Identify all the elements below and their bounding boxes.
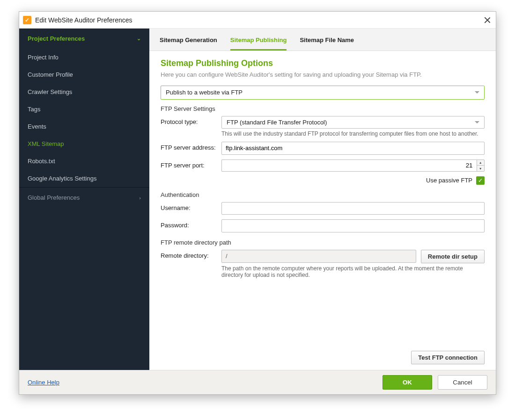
chevron-down-icon xyxy=(475,121,479,123)
sidebar-section-global[interactable]: Global Preferences › xyxy=(19,188,149,208)
chevron-down-icon: ⌄ xyxy=(137,36,141,42)
ok-button[interactable]: OK xyxy=(383,375,432,390)
protocol-help: This will use the industry standard FTP … xyxy=(221,130,485,137)
sidebar-section-label: Global Preferences xyxy=(28,194,80,201)
ftp-address-input[interactable] xyxy=(221,142,485,155)
sidebar-section-project[interactable]: Project Preferences ⌄ xyxy=(19,29,149,49)
ftp-port-label: FTP server port: xyxy=(161,159,221,169)
sidebar-item-crawler-settings[interactable]: Crawler Settings xyxy=(19,83,149,101)
publish-mode-select[interactable]: Publish to a website via FTP xyxy=(161,86,485,100)
remote-dir-label: Remote directory: xyxy=(161,250,221,259)
sidebar-item-project-info[interactable]: Project Info xyxy=(19,49,149,66)
port-decrement[interactable]: ▼ xyxy=(477,166,484,171)
sidebar-item-google-analytics-settings[interactable]: Google Analytics Settings xyxy=(19,170,149,187)
protocol-value: FTP (standard File Transfer Protocol) xyxy=(227,119,327,126)
protocol-label: Protocol type: xyxy=(161,116,221,125)
remote-dir-help: The path on the remote computer where yo… xyxy=(221,265,485,278)
tabs-row: Sitemap GenerationSitemap PublishingSite… xyxy=(149,29,496,51)
dialog-footer: Online Help OK Cancel xyxy=(19,370,496,394)
sidebar-item-robots-txt[interactable]: Robots.txt xyxy=(19,152,149,170)
app-icon: ✓ xyxy=(23,16,31,24)
remote-dir-setup-button[interactable]: Remote dir setup xyxy=(421,250,485,263)
window-title: Edit WebSite Auditor Preferences xyxy=(35,16,132,24)
password-label: Password: xyxy=(161,219,221,229)
tab-sitemap-publishing[interactable]: Sitemap Publishing xyxy=(230,30,287,51)
port-increment[interactable]: ▲ xyxy=(477,160,484,166)
username-label: Username: xyxy=(161,202,221,211)
cancel-button[interactable]: Cancel xyxy=(438,375,487,390)
chevron-right-icon: › xyxy=(139,195,141,201)
tab-sitemap-file-name[interactable]: Sitemap File Name xyxy=(300,30,354,51)
sidebar-item-tags[interactable]: Tags xyxy=(19,101,149,118)
main-panel: Sitemap GenerationSitemap PublishingSite… xyxy=(149,29,496,370)
ftp-address-label: FTP server address: xyxy=(161,142,221,151)
sidebar-item-customer-profile[interactable]: Customer Profile xyxy=(19,66,149,83)
sidebar: Project Preferences ⌄ Project InfoCustom… xyxy=(19,29,149,370)
password-input[interactable] xyxy=(221,219,485,232)
ftp-settings-heading: FTP Server Settings xyxy=(161,105,485,112)
online-help-link[interactable]: Online Help xyxy=(28,379,59,386)
content-area: Sitemap Publishing Options Here you can … xyxy=(149,51,496,370)
protocol-select[interactable]: FTP (standard File Transfer Protocol) xyxy=(221,116,485,129)
passive-ftp-checkbox[interactable]: ✓ xyxy=(476,176,485,185)
publish-mode-value: Publish to a website via FTP xyxy=(166,89,243,96)
remote-dir-heading: FTP remote directory path xyxy=(161,239,485,246)
sidebar-section-label: Project Preferences xyxy=(28,35,85,42)
titlebar: ✓ Edit WebSite Auditor Preferences xyxy=(19,12,496,29)
auth-heading: Authentication xyxy=(161,191,485,198)
chevron-down-icon xyxy=(475,91,479,94)
page-subtitle: Here you can configure WebSite Auditor's… xyxy=(161,71,485,78)
sidebar-item-xml-sitemap[interactable]: XML Sitemap xyxy=(19,135,149,152)
test-ftp-button[interactable]: Test FTP connection xyxy=(411,351,485,364)
page-title: Sitemap Publishing Options xyxy=(161,58,485,68)
close-icon[interactable] xyxy=(484,16,491,24)
remote-dir-value xyxy=(221,250,416,263)
tab-sitemap-generation[interactable]: Sitemap Generation xyxy=(160,30,217,51)
preferences-window: ✓ Edit WebSite Auditor Preferences Proje… xyxy=(19,11,496,395)
passive-ftp-label: Use passive FTP xyxy=(426,177,472,184)
ftp-port-input[interactable] xyxy=(221,159,477,172)
sidebar-item-events[interactable]: Events xyxy=(19,118,149,135)
username-input[interactable] xyxy=(221,202,485,215)
